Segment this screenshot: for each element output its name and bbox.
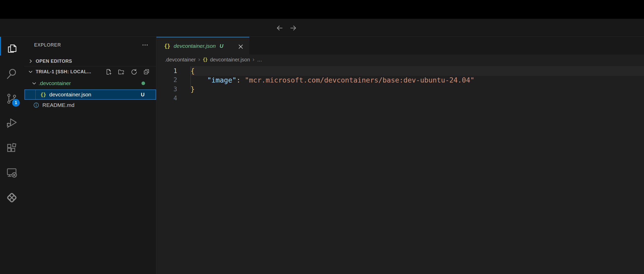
explorer-more-actions-button[interactable] xyxy=(141,42,149,48)
breadcrumb-folder[interactable]: .devcontainer xyxy=(165,57,196,63)
explorer-sidebar: EXPLORER OPEN EDITORS TRIAL-1 [SSH: LOCA… xyxy=(24,37,156,274)
chevron-right-icon xyxy=(28,58,33,64)
json-file-icon: {} xyxy=(40,92,46,98)
chevron-down-icon xyxy=(31,80,37,86)
file-name: devcontainer.json xyxy=(49,92,91,98)
explorer-activity-button[interactable] xyxy=(6,42,18,55)
code-token-key: "image" xyxy=(207,76,236,84)
refresh-icon xyxy=(130,68,137,75)
code-line[interactable]: { xyxy=(191,66,195,76)
tab-close-button[interactable] xyxy=(238,44,244,50)
breadcrumbs: .devcontainer › {} devcontainer.json › … xyxy=(156,54,644,65)
azure-activity-button[interactable] xyxy=(6,191,18,204)
activity-bar: 1 xyxy=(0,37,24,274)
code-token-plain: : xyxy=(236,76,245,84)
run-debug-activity-button[interactable] xyxy=(6,116,18,129)
code-token-bracket: } xyxy=(191,85,195,93)
breadcrumb-separator: › xyxy=(253,56,254,63)
breadcrumb-file[interactable]: devcontainer.json xyxy=(210,57,250,63)
ellipsis-icon xyxy=(142,42,148,48)
tab-label: devcontainer.json xyxy=(174,43,216,49)
code-token-plain xyxy=(191,76,207,84)
json-file-icon: {} xyxy=(203,57,207,62)
tree-item-devcontainer-folder[interactable]: .devcontainer xyxy=(24,79,156,88)
new-folder-button[interactable] xyxy=(118,68,125,75)
workspace-label: TRIAL-1 [SSH: LOCAL... xyxy=(36,69,91,75)
refresh-button[interactable] xyxy=(130,68,137,75)
code-line-row[interactable]: 3} xyxy=(156,85,644,94)
search-activity-button[interactable] xyxy=(6,68,18,80)
remote-explorer-icon xyxy=(6,167,18,179)
code-line-row[interactable]: 1{ xyxy=(156,66,644,76)
tab-devcontainer-json[interactable]: {} devcontainer.json U xyxy=(156,37,249,54)
line-number: 3 xyxy=(156,86,191,93)
collapse-all-button[interactable] xyxy=(143,68,150,75)
new-file-icon xyxy=(105,68,112,75)
code-token-string: "mcr.microsoft.com/devcontainers/base:de… xyxy=(245,76,474,84)
sidebar-title: EXPLORER xyxy=(34,42,61,48)
editor-group: {} devcontainer.json U .devcontainer › {… xyxy=(156,37,644,274)
code-line[interactable]: } xyxy=(191,85,195,94)
diamond-grid-icon xyxy=(6,192,18,204)
code-line-row[interactable]: 4 xyxy=(156,94,644,103)
navigate-forward-button[interactable] xyxy=(289,24,297,32)
tree-item-devcontainer-json[interactable]: {} devcontainer.json U xyxy=(24,89,156,100)
code-editor[interactable]: 1{2 "image": "mcr.microsoft.com/devconta… xyxy=(156,65,644,274)
git-untracked-badge: U xyxy=(141,92,145,98)
workspace-section-header[interactable]: TRIAL-1 [SSH: LOCAL... xyxy=(24,67,156,77)
close-icon xyxy=(238,44,244,50)
line-number: 1 xyxy=(156,67,191,75)
breadcrumb-symbol-more[interactable]: … xyxy=(257,57,262,63)
source-control-activity-button[interactable]: 1 xyxy=(6,93,18,105)
open-editors-label: OPEN EDITORS xyxy=(36,59,72,64)
window-top-strip xyxy=(0,0,644,19)
file-name: README.md xyxy=(42,102,74,108)
new-folder-icon xyxy=(118,68,125,75)
open-editors-section-header[interactable]: OPEN EDITORS xyxy=(24,57,156,66)
title-bar: Trial-1 [SSH: localhost:32772] xyxy=(0,19,644,37)
code-line[interactable]: "image": "mcr.microsoft.com/devcontainer… xyxy=(191,76,474,85)
markdown-info-icon xyxy=(33,102,39,108)
tree-indent-guide xyxy=(35,90,36,99)
folder-name: .devcontainer xyxy=(39,80,71,86)
code-line-row[interactable]: 2 "image": "mcr.microsoft.com/devcontain… xyxy=(156,76,644,85)
tab-git-badge: U xyxy=(220,43,223,49)
navigate-back-button[interactable] xyxy=(276,24,283,32)
arrow-right-icon xyxy=(289,24,297,32)
source-control-badge: 1 xyxy=(12,99,20,107)
tree-item-readme[interactable]: README.md xyxy=(24,101,156,110)
files-icon xyxy=(6,43,18,54)
new-file-button[interactable] xyxy=(105,68,112,75)
chevron-down-icon xyxy=(28,69,33,75)
section-divider xyxy=(24,66,156,66)
search-icon xyxy=(6,68,18,80)
line-number: 4 xyxy=(156,95,191,102)
breadcrumb-separator: › xyxy=(198,56,200,63)
extensions-activity-button[interactable] xyxy=(6,142,18,154)
code-token-bracket: { xyxy=(191,67,195,75)
tab-bar: {} devcontainer.json U xyxy=(156,37,644,54)
active-view-indicator xyxy=(0,37,1,56)
extensions-icon xyxy=(6,142,18,154)
arrow-left-icon xyxy=(276,24,283,32)
remote-explorer-activity-button[interactable] xyxy=(6,167,18,179)
debug-icon xyxy=(6,117,18,129)
collapse-all-icon xyxy=(143,68,150,75)
git-modified-dot xyxy=(141,81,145,85)
line-number: 2 xyxy=(156,76,191,84)
json-file-icon: {} xyxy=(164,43,170,49)
